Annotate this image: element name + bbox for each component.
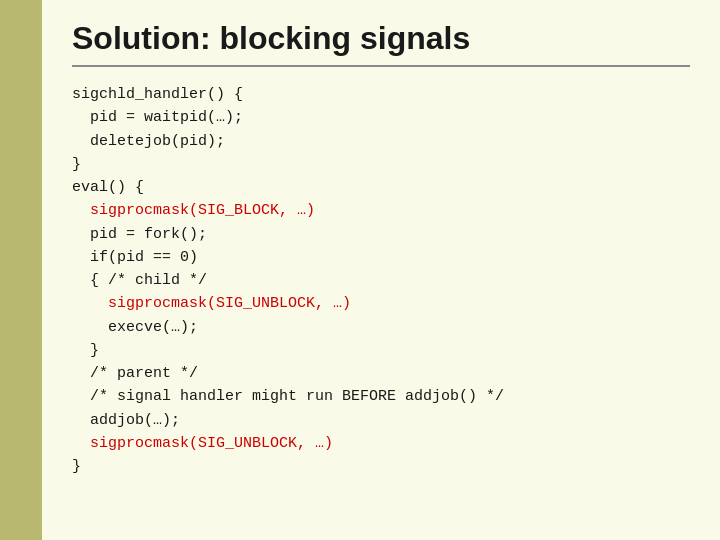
code-line: sigprocmask(SIG_BLOCK, …) bbox=[72, 199, 690, 222]
code-line: sigprocmask(SIG_UNBLOCK, …) bbox=[72, 292, 690, 315]
slide: Solution: blocking signals sigchld_handl… bbox=[0, 0, 720, 540]
code-line: execve(…); bbox=[72, 316, 690, 339]
slide-content: Solution: blocking signals sigchld_handl… bbox=[42, 0, 720, 498]
code-line: } bbox=[72, 153, 690, 176]
code-line: pid = fork(); bbox=[72, 223, 690, 246]
code-line: addjob(…); bbox=[72, 409, 690, 432]
code-line: pid = waitpid(…); bbox=[72, 106, 690, 129]
code-line: eval() { bbox=[72, 176, 690, 199]
left-accent-bar bbox=[0, 0, 42, 540]
code-line: /* parent */ bbox=[72, 362, 690, 385]
code-line: sigprocmask(SIG_UNBLOCK, …) bbox=[72, 432, 690, 455]
slide-title: Solution: blocking signals bbox=[72, 20, 690, 67]
code-line: sigchld_handler() { bbox=[72, 83, 690, 106]
code-line: /* signal handler might run BEFORE addjo… bbox=[72, 385, 690, 408]
code-line: } bbox=[72, 339, 690, 362]
code-block: sigchld_handler() { pid = waitpid(…); de… bbox=[72, 83, 690, 478]
code-line: if(pid == 0) bbox=[72, 246, 690, 269]
code-line: deletejob(pid); bbox=[72, 130, 690, 153]
code-line: } bbox=[72, 455, 690, 478]
code-line: { /* child */ bbox=[72, 269, 690, 292]
